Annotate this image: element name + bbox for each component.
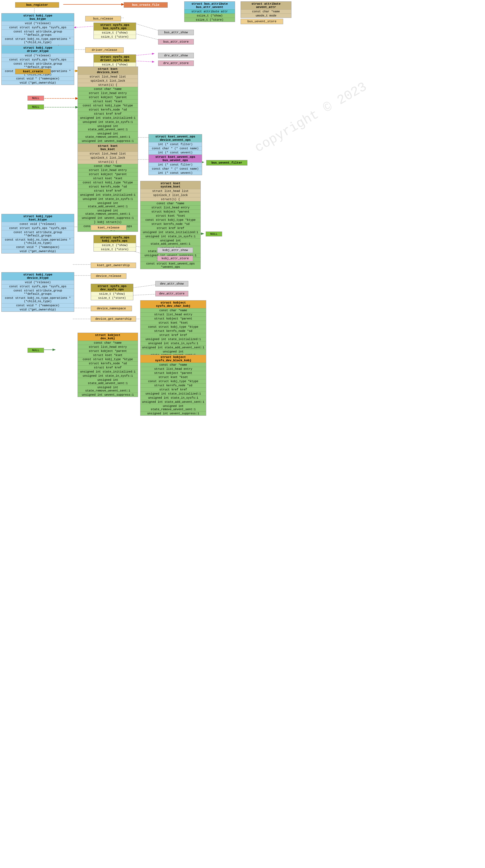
bus-register-label: bus_register bbox=[15, 2, 59, 8]
sysfs-dev-block-kobj-node: struct kobjectsysfs_dev_block_kobj const… bbox=[140, 355, 206, 416]
bus-create-file-label: bus_create_file bbox=[124, 2, 168, 8]
dev-attr-show-label: dev_attr_show bbox=[155, 281, 188, 286]
dev-sysfs-ops-node: struct sysfs_opsdev_sysfs_ops ssize_t (*… bbox=[91, 284, 133, 300]
driver-ktype-node: struct kobj_typedriver_ktype void (*rele… bbox=[1, 45, 74, 85]
bus-uevent-filter-label: bus_uevent_filter bbox=[206, 160, 247, 165]
dev-kobj-node: struct kobjectdev_kobj const char *name … bbox=[78, 333, 138, 397]
null1-label: NULL bbox=[28, 96, 44, 101]
watermark: copyright © 2023 bbox=[252, 79, 369, 155]
null2-label: NULL bbox=[28, 104, 44, 110]
device-get-ownership-label: device_get_ownership bbox=[91, 316, 136, 322]
drv-attr-show-label: drv_attr_show bbox=[158, 53, 194, 58]
device-namespace-label: device_namespace bbox=[91, 306, 132, 311]
devices-kset-node: struct ksetdevices_kset struct list_head… bbox=[78, 66, 138, 155]
driver-release-label: driver_release bbox=[85, 47, 124, 53]
device-uevent-ops-node: struct kset_uevent_opsdevice_uevent_ops … bbox=[149, 134, 202, 155]
dev-attr-store-label: dev_attr_store bbox=[155, 291, 188, 297]
attribute-uevent-node: struct attributeuevent_attr const char *… bbox=[241, 1, 292, 18]
bus-uevent-store-label: bus_uevent_store bbox=[241, 19, 283, 24]
device-release-label: device_release bbox=[91, 273, 126, 279]
kset-create-label: kset_create bbox=[15, 69, 51, 74]
kset-ktype-node: struct kobj_typekset_ktype const void (*… bbox=[1, 214, 74, 253]
device-ktype-node: struct kobj_typedevice_ktype void (*rele… bbox=[1, 272, 74, 312]
bus-uevent-ops-node: struct kset_uevent_opsbus_uevent_ops int… bbox=[149, 155, 202, 175]
bus-attr-show-label: bus_attr_show bbox=[158, 30, 194, 35]
sysfs-dev-char-kobj-node: struct kobjectsysfs_dev_char_kobj const … bbox=[140, 300, 206, 361]
kobj-attr-store-label: kobj_attr_store bbox=[157, 256, 193, 261]
bus-attribute-node: struct bus_attributebus_attr_uevent stru… bbox=[184, 1, 235, 22]
kset-release-label: kset_release bbox=[91, 225, 126, 230]
bus-sysfs-ops-node: struct sysfs_opsbus_sysfs_ops ssize_t (*… bbox=[93, 23, 136, 39]
bus-kset-node: struct ksetbus_kset struct list_head lis… bbox=[78, 144, 138, 232]
bus-attr-store-label: bus_attr_store bbox=[158, 39, 194, 44]
bus-release-label: bus_release bbox=[85, 16, 121, 22]
svg-line-3 bbox=[74, 26, 96, 28]
kobj-attr-show-label: kobj_attr_show bbox=[157, 247, 193, 253]
drv-attr-store-label: drv_attr_store bbox=[158, 61, 194, 66]
null4-label: NULL bbox=[28, 348, 44, 353]
kset-get-ownership-label: kset_get_ownership bbox=[91, 262, 136, 268]
null3-label: NULL bbox=[206, 231, 222, 237]
kobj-sysfs-ops-node: struct sysfs_opskobj_sysfs_ops ssize_t (… bbox=[93, 235, 136, 252]
